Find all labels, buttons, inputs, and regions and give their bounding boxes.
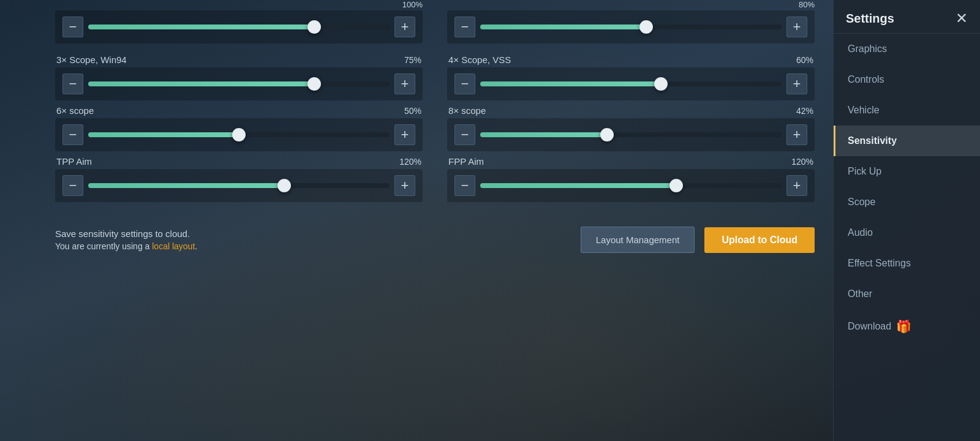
sidebar-item-effect-settings[interactable]: Effect Settings: [834, 248, 980, 279]
slider-8x-scope-label: 8× scope: [448, 105, 486, 116]
slider-4x-scope-vss-decrease[interactable]: −: [454, 74, 475, 94]
sidebar-item-download[interactable]: Download 🎁: [834, 309, 980, 344]
sidebar-item-graphics[interactable]: Graphics: [834, 34, 980, 64]
bottom-buttons: Layout Management Upload to Cloud: [581, 227, 815, 253]
slider-6x-scope-value: 50%: [404, 106, 421, 116]
local-layout-link[interactable]: local layout: [152, 241, 195, 251]
sliders-grid: 3× Scope, Win94 75% − + 4× Scope, VSS 60…: [55, 48, 815, 202]
top-slider-left-increase[interactable]: +: [394, 17, 415, 37]
slider-4x-scope-vss-increase[interactable]: +: [786, 74, 807, 94]
save-info: Save sensitivity settings to cloud. You …: [55, 228, 197, 251]
slider-4x-scope-vss-value: 60%: [796, 55, 813, 65]
slider-4x-scope-vss-track[interactable]: [480, 80, 782, 88]
sidebar-title: Settings: [846, 12, 894, 26]
layout-text-end: .: [195, 241, 197, 251]
slider-tpp-aim-track[interactable]: [88, 181, 390, 190]
slider-6x-scope-increase[interactable]: +: [394, 124, 415, 145]
sidebar-item-controls[interactable]: Controls: [834, 64, 980, 95]
slider-6x-scope-decrease[interactable]: −: [62, 124, 83, 145]
slider-fpp-aim: FPP Aim 120% − +: [447, 156, 815, 202]
top-slider-right-increase[interactable]: +: [786, 17, 807, 37]
layout-text: You are currently using a: [55, 241, 149, 251]
slider-4x-scope-vss-label: 4× Scope, VSS: [448, 55, 511, 65]
slider-3x-scope-win94-track[interactable]: [88, 80, 390, 88]
upload-to-cloud-button[interactable]: Upload to Cloud: [704, 227, 815, 253]
slider-6x-scope-track[interactable]: [88, 130, 390, 139]
sidebar-item-other[interactable]: Other: [834, 279, 980, 309]
top-slider-right: 80% − +: [447, 0, 815, 43]
top-slider-left-decrease[interactable]: −: [62, 17, 83, 37]
close-button[interactable]: ✕: [956, 11, 968, 26]
slider-3x-scope-win94-label: 3× Scope, Win94: [56, 55, 127, 65]
slider-tpp-aim-label: TPP Aim: [56, 156, 92, 167]
slider-tpp-aim: TPP Aim 120% − +: [55, 156, 423, 202]
slider-tpp-aim-increase[interactable]: +: [394, 175, 415, 196]
layout-management-button[interactable]: Layout Management: [581, 227, 695, 253]
sidebar-header: Settings ✕: [834, 0, 980, 34]
slider-fpp-aim-label: FPP Aim: [448, 156, 484, 167]
top-slider-left-track[interactable]: [88, 23, 390, 31]
slider-3x-scope-win94-value: 75%: [404, 55, 421, 65]
slider-tpp-aim-decrease[interactable]: −: [62, 175, 83, 196]
slider-tpp-aim-value: 120%: [399, 157, 421, 167]
sidebar-item-scope[interactable]: Scope: [834, 187, 980, 217]
save-info-text: Save sensitivity settings to cloud.: [55, 228, 197, 239]
top-slider-right-value: 80%: [447, 0, 815, 9]
top-slider-right-track[interactable]: [480, 23, 782, 31]
slider-8x-scope-decrease[interactable]: −: [454, 124, 475, 145]
slider-6x-scope-label: 6× scope: [56, 105, 94, 116]
top-slider-left: 100% − +: [55, 0, 423, 43]
slider-8x-scope-track[interactable]: [480, 130, 782, 139]
top-slider-right-decrease[interactable]: −: [454, 17, 475, 37]
slider-3x-scope-win94-decrease[interactable]: −: [62, 74, 83, 94]
slider-8x-scope-value: 42%: [796, 106, 813, 116]
save-info-sub: You are currently using a local layout.: [55, 241, 197, 251]
slider-3x-scope-win94-increase[interactable]: +: [394, 74, 415, 94]
sidebar-item-sensitivity[interactable]: Sensitivity: [834, 126, 980, 156]
slider-4x-scope-vss: 4× Scope, VSS 60% − +: [447, 55, 815, 100]
slider-8x-scope: 8× scope 42% − +: [447, 105, 815, 151]
slider-fpp-aim-increase[interactable]: +: [786, 175, 807, 196]
slider-6x-scope: 6× scope 50% − +: [55, 105, 423, 151]
sidebar-item-audio[interactable]: Audio: [834, 217, 980, 248]
slider-8x-scope-increase[interactable]: +: [786, 124, 807, 145]
slider-fpp-aim-track[interactable]: [480, 181, 782, 190]
bottom-section: Save sensitivity settings to cloud. You …: [55, 214, 815, 259]
top-slider-left-value: 100%: [55, 0, 423, 9]
sidebar-nav: Graphics Controls Vehicle Sensitivity Pi…: [834, 34, 980, 441]
sidebar-item-pickup[interactable]: Pick Up: [834, 156, 980, 187]
slider-3x-scope-win94: 3× Scope, Win94 75% − +: [55, 55, 423, 100]
sidebar-item-vehicle[interactable]: Vehicle: [834, 95, 980, 126]
settings-sidebar: Settings ✕ Graphics Controls Vehicle Sen…: [833, 0, 980, 441]
slider-fpp-aim-decrease[interactable]: −: [454, 175, 475, 196]
top-sliders-row: 100% − + 80% −: [55, 0, 815, 48]
slider-fpp-aim-value: 120%: [791, 157, 813, 167]
gift-icon: 🎁: [896, 319, 911, 334]
main-content: 100% − + 80% −: [0, 0, 833, 441]
